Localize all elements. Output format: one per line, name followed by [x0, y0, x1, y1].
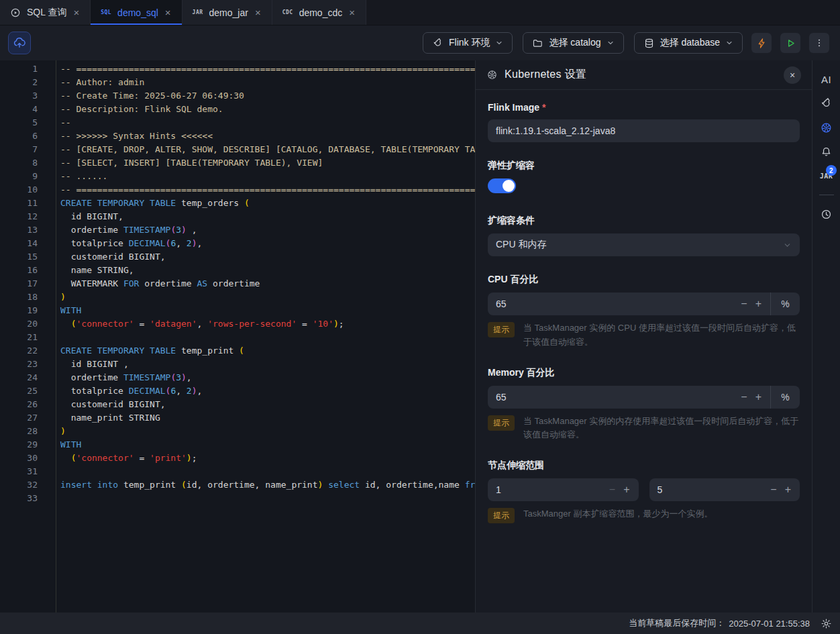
node-range-min-input[interactable]: 1 − + — [488, 478, 639, 501]
code-line[interactable]: 3-- Create Time: 2025-06-27 06:49:30 — [0, 89, 475, 103]
minus-icon[interactable]: − — [741, 392, 747, 403]
code-line[interactable]: 8-- [SELECT, INSERT] [TABLE(TEMPORARY TA… — [0, 156, 475, 170]
rail-item-history[interactable] — [812, 202, 840, 226]
cpu-percentage-input[interactable]: 65 − + % — [488, 293, 800, 315]
line-number: 5 — [0, 116, 38, 129]
code-line[interactable]: 25 totalprice DECIMAL(6, 2), — [0, 384, 475, 398]
code-text: ) — [60, 425, 66, 438]
scaling-condition-select[interactable]: CPU 和内存 — [488, 233, 800, 256]
plus-icon[interactable]: + — [785, 484, 791, 495]
code-line[interactable]: 11CREATE TEMPORARY TABLE temp_orders ( — [0, 197, 475, 210]
gutter-divider — [56, 60, 56, 613]
code-line[interactable]: 26 customerid BIGINT, — [0, 398, 475, 411]
line-number: 14 — [0, 237, 38, 250]
code-line[interactable]: 15 customerid BIGINT, — [0, 250, 475, 264]
tab-label: demo_cdc — [299, 7, 343, 18]
required-asterisk: * — [542, 102, 545, 113]
code-line[interactable]: 20 ('connector' = 'datagen', 'rows-per-s… — [0, 317, 475, 331]
database-dropdown[interactable]: 选择 database — [634, 32, 743, 54]
line-number: 3 — [0, 89, 38, 103]
hint-text: 当 TaskManager 实例的内存使用率超过该值一段时间后自动扩容，低于该值… — [523, 415, 800, 443]
plus-icon[interactable]: + — [755, 299, 762, 309]
rail-item-kubernetes[interactable] — [812, 115, 840, 140]
clock-icon — [820, 208, 833, 221]
code-line[interactable]: 9-- ...... — [0, 170, 475, 183]
rail-item-ai[interactable]: AI — [812, 67, 840, 91]
code-line[interactable]: 28) — [0, 425, 475, 438]
code-text: CREATE TEMPORARY TABLE temp_print ( — [60, 344, 244, 358]
code-line[interactable]: 7-- [CREATE, DROP, ALTER, SHOW, DESCRIBE… — [0, 143, 475, 156]
cloud-upload-button[interactable] — [8, 32, 31, 54]
sql-code-editor[interactable]: 1-- ====================================… — [0, 60, 475, 613]
database-icon — [643, 38, 655, 49]
scaling-condition-label: 扩缩容条件 — [488, 215, 800, 227]
code-line[interactable]: 31 — [0, 465, 475, 478]
code-line[interactable]: 16 name STRING, — [0, 264, 475, 277]
flink-image-label: Flink Image* — [488, 102, 800, 113]
cpu-hint: 提示 当 TaskManager 实例的 CPU 使用率超过该值一段时间后自动扩… — [488, 321, 800, 350]
flink-env-dropdown[interactable]: Flink 环境 — [423, 32, 513, 54]
plus-icon[interactable]: + — [623, 484, 629, 495]
code-line[interactable]: 1-- ====================================… — [0, 62, 475, 76]
tab-demo-jar[interactable]: JAR demo_jar × — [182, 0, 272, 25]
node-range-hint: 提示 TaskManger 副本扩缩容范围，最少为一个实例。 — [488, 507, 800, 523]
bell-icon — [820, 146, 833, 158]
code-line[interactable]: 12 id BIGINT, — [0, 210, 475, 223]
code-line[interactable]: 30 ('connector' = 'print'); — [0, 452, 475, 465]
code-text: CREATE TEMPORARY TABLE temp_orders ( — [60, 197, 250, 210]
run-button[interactable] — [780, 33, 800, 53]
minus-icon[interactable]: − — [770, 484, 776, 495]
minus-icon[interactable]: − — [609, 484, 615, 495]
code-line[interactable]: 13 ordertime TIMESTAMP(3) , — [0, 223, 475, 237]
rail-item-jar[interactable]: JAR 2 — [812, 164, 840, 188]
tab-sql-query[interactable]: SQL 查询 × — [0, 0, 91, 25]
node-range-label: 节点伸缩范围 — [488, 460, 800, 472]
code-text: ('connector' = 'print'); — [60, 452, 197, 465]
memory-percentage-input[interactable]: 65 − + % — [488, 386, 800, 409]
folder-icon — [532, 38, 543, 49]
code-text: customerid BIGINT, — [60, 398, 166, 411]
panel-close-button[interactable]: × — [784, 66, 801, 84]
more-options-button[interactable] — [809, 33, 829, 53]
lightning-icon — [756, 38, 768, 49]
quick-execute-button[interactable] — [751, 33, 772, 53]
code-line[interactable]: 29WITH — [0, 438, 475, 452]
close-icon[interactable]: × — [254, 7, 262, 17]
flink-image-input[interactable]: flink:1.19.1-scala_2.12-java8 — [488, 119, 800, 142]
code-line[interactable]: 27 name_print STRING — [0, 411, 475, 425]
line-number: 7 — [0, 143, 38, 156]
close-icon[interactable]: × — [72, 7, 80, 17]
rail-item-flink[interactable] — [812, 91, 840, 115]
code-line[interactable]: 19WITH — [0, 304, 475, 317]
code-text: insert into temp_print (id, ordertime, n… — [60, 478, 475, 492]
code-text: -- Description: Flink SQL demo. — [60, 103, 223, 116]
code-line[interactable]: 2-- Author: admin — [0, 76, 475, 89]
code-line[interactable]: 22CREATE TEMPORARY TABLE temp_print ( — [0, 344, 475, 358]
code-line[interactable]: 5-- — [0, 116, 475, 129]
code-line[interactable]: 33 — [0, 492, 475, 505]
catalog-dropdown[interactable]: 选择 catalog — [523, 32, 623, 54]
code-line[interactable]: 10-- ===================================… — [0, 183, 475, 197]
code-line[interactable]: 14 totalprice DECIMAL(6, 2), — [0, 237, 475, 250]
code-line[interactable]: 24 ordertime TIMESTAMP(3), — [0, 371, 475, 384]
code-line[interactable]: 23 id BIGINT , — [0, 358, 475, 371]
close-icon[interactable]: × — [348, 7, 356, 17]
code-line[interactable]: 17 WATERMARK FOR ordertime AS ordertime — [0, 277, 475, 290]
settings-gear-icon[interactable] — [821, 618, 832, 629]
node-range-max-input[interactable]: 5 − + — [649, 478, 800, 501]
elastic-scaling-toggle[interactable] — [488, 178, 516, 193]
close-icon[interactable]: × — [164, 7, 172, 17]
line-number: 28 — [0, 425, 38, 438]
code-line[interactable]: 4-- Description: Flink SQL demo. — [0, 103, 475, 116]
close-icon: × — [790, 70, 795, 81]
code-line[interactable]: 21 — [0, 331, 475, 344]
minus-icon[interactable]: − — [741, 299, 747, 309]
plus-icon[interactable]: + — [755, 392, 762, 403]
code-line[interactable]: 6-- >>>>>> Syntax Hints <<<<<< — [0, 129, 475, 143]
rail-item-notifications[interactable] — [812, 140, 840, 164]
code-line[interactable]: 32insert into temp_print (id, ordertime,… — [0, 478, 475, 492]
memory-hint: 提示 当 TaskManager 实例的内存使用率超过该值一段时间后自动扩容，低… — [488, 415, 800, 443]
code-line[interactable]: 18) — [0, 290, 475, 304]
tab-demo-sql[interactable]: SQL demo_sql × — [91, 0, 182, 25]
tab-demo-cdc[interactable]: CDC demo_cdc × — [272, 0, 366, 25]
